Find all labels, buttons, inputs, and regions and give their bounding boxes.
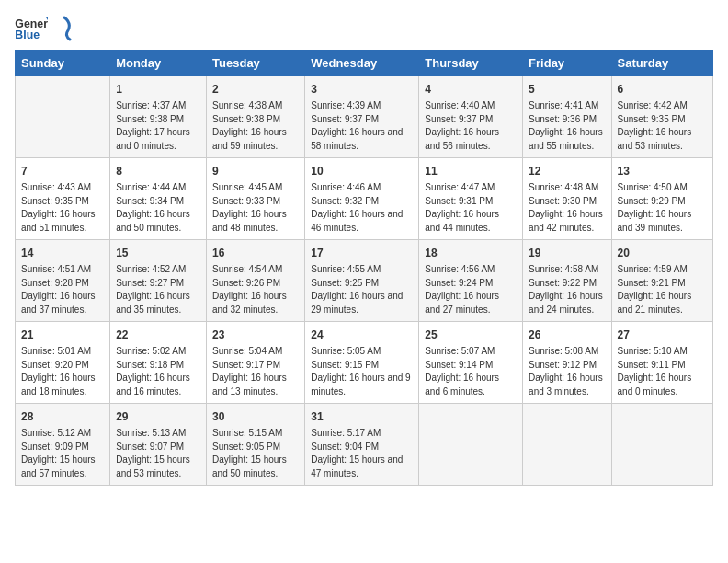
calendar-cell: 31Sunrise: 5:17 AM Sunset: 9:04 PM Dayli…	[305, 404, 419, 486]
date-number: 6	[618, 81, 707, 98]
week-row-3: 14Sunrise: 4:51 AM Sunset: 9:28 PM Dayli…	[16, 240, 713, 322]
date-number: 1	[116, 81, 200, 98]
cell-content: Sunrise: 4:45 AM Sunset: 9:33 PM Dayligh…	[212, 181, 299, 235]
calendar-cell: 19Sunrise: 4:58 AM Sunset: 9:22 PM Dayli…	[523, 240, 611, 322]
week-row-2: 7Sunrise: 4:43 AM Sunset: 9:35 PM Daylig…	[16, 158, 713, 240]
week-row-5: 28Sunrise: 5:12 AM Sunset: 9:09 PM Dayli…	[16, 404, 713, 486]
date-number: 23	[212, 327, 299, 343]
header: General Blue	[15, 15, 713, 42]
calendar-cell: 8Sunrise: 4:44 AM Sunset: 9:34 PM Daylig…	[110, 158, 207, 240]
date-number: 5	[529, 81, 605, 98]
cell-content: Sunrise: 5:07 AM Sunset: 9:14 PM Dayligh…	[425, 345, 517, 398]
calendar-cell: 21Sunrise: 5:01 AM Sunset: 9:20 PM Dayli…	[16, 322, 110, 404]
cell-content: Sunrise: 5:10 AM Sunset: 9:11 PM Dayligh…	[618, 345, 707, 398]
calendar-cell: 3Sunrise: 4:39 AM Sunset: 9:37 PM Daylig…	[305, 76, 419, 158]
week-row-4: 21Sunrise: 5:01 AM Sunset: 9:20 PM Dayli…	[16, 322, 713, 404]
cell-content: Sunrise: 5:02 AM Sunset: 9:18 PM Dayligh…	[116, 345, 200, 398]
date-number: 28	[21, 408, 104, 425]
cell-content: Sunrise: 4:44 AM Sunset: 9:34 PM Dayligh…	[116, 181, 200, 235]
cell-content: Sunrise: 4:55 AM Sunset: 9:25 PM Dayligh…	[311, 263, 413, 316]
cell-content: Sunrise: 5:08 AM Sunset: 9:12 PM Dayligh…	[529, 345, 605, 398]
calendar-table: SundayMondayTuesdayWednesdayThursdayFrid…	[15, 50, 713, 486]
cell-content: Sunrise: 4:46 AM Sunset: 9:32 PM Dayligh…	[311, 181, 413, 235]
calendar-cell: 5Sunrise: 4:41 AM Sunset: 9:36 PM Daylig…	[523, 76, 611, 158]
calendar-cell: 7Sunrise: 4:43 AM Sunset: 9:35 PM Daylig…	[16, 158, 110, 240]
date-number: 13	[618, 163, 707, 179]
cell-content: Sunrise: 4:54 AM Sunset: 9:26 PM Dayligh…	[212, 263, 299, 316]
cell-content: Sunrise: 4:52 AM Sunset: 9:27 PM Dayligh…	[116, 263, 200, 316]
calendar-cell: 4Sunrise: 4:40 AM Sunset: 9:37 PM Daylig…	[419, 76, 523, 158]
date-number: 18	[425, 245, 517, 261]
col-header-tuesday: Tuesday	[207, 51, 305, 76]
date-number: 14	[21, 245, 104, 261]
date-number: 22	[116, 327, 200, 343]
calendar-cell: 17Sunrise: 4:55 AM Sunset: 9:25 PM Dayli…	[305, 240, 419, 322]
cell-content: Sunrise: 4:48 AM Sunset: 9:30 PM Dayligh…	[529, 181, 605, 235]
date-number: 31	[311, 408, 413, 425]
calendar-cell	[419, 404, 523, 486]
date-number: 9	[212, 163, 299, 179]
date-number: 30	[212, 408, 299, 425]
col-header-monday: Monday	[110, 51, 207, 76]
date-number: 29	[116, 408, 200, 425]
date-number: 8	[116, 163, 200, 179]
col-header-wednesday: Wednesday	[305, 51, 419, 76]
calendar-cell: 28Sunrise: 5:12 AM Sunset: 9:09 PM Dayli…	[16, 404, 110, 486]
calendar-cell: 20Sunrise: 4:59 AM Sunset: 9:21 PM Dayli…	[611, 240, 712, 322]
date-number: 2	[212, 81, 299, 98]
date-number: 25	[425, 327, 517, 343]
date-number: 7	[21, 163, 104, 179]
week-row-1: 1Sunrise: 4:37 AM Sunset: 9:38 PM Daylig…	[16, 76, 713, 158]
logo-icon: General Blue	[15, 15, 48, 42]
calendar-cell: 25Sunrise: 5:07 AM Sunset: 9:14 PM Dayli…	[419, 322, 523, 404]
cell-content: Sunrise: 5:15 AM Sunset: 9:05 PM Dayligh…	[212, 427, 299, 480]
col-header-sunday: Sunday	[16, 51, 110, 76]
date-number: 26	[529, 327, 605, 343]
calendar-cell: 12Sunrise: 4:48 AM Sunset: 9:30 PM Dayli…	[523, 158, 611, 240]
calendar-cell	[16, 76, 110, 158]
calendar-cell: 9Sunrise: 4:45 AM Sunset: 9:33 PM Daylig…	[207, 158, 305, 240]
cell-content: Sunrise: 5:13 AM Sunset: 9:07 PM Dayligh…	[116, 427, 200, 480]
calendar-cell	[523, 404, 611, 486]
cell-content: Sunrise: 5:01 AM Sunset: 9:20 PM Dayligh…	[21, 345, 104, 398]
calendar-cell: 29Sunrise: 5:13 AM Sunset: 9:07 PM Dayli…	[110, 404, 207, 486]
cell-content: Sunrise: 4:38 AM Sunset: 9:38 PM Dayligh…	[212, 99, 299, 153]
calendar-cell: 23Sunrise: 5:04 AM Sunset: 9:17 PM Dayli…	[207, 322, 305, 404]
date-number: 17	[311, 245, 413, 261]
cell-content: Sunrise: 4:39 AM Sunset: 9:37 PM Dayligh…	[311, 99, 413, 153]
date-number: 24	[311, 327, 413, 343]
date-number: 16	[212, 245, 299, 261]
calendar-cell: 6Sunrise: 4:42 AM Sunset: 9:35 PM Daylig…	[611, 76, 712, 158]
calendar-cell	[611, 404, 712, 486]
cell-content: Sunrise: 4:37 AM Sunset: 9:38 PM Dayligh…	[116, 99, 200, 153]
logo: General Blue	[15, 15, 74, 42]
cell-content: Sunrise: 5:05 AM Sunset: 9:15 PM Dayligh…	[311, 345, 413, 398]
calendar-cell: 16Sunrise: 4:54 AM Sunset: 9:26 PM Dayli…	[207, 240, 305, 322]
cell-content: Sunrise: 5:04 AM Sunset: 9:17 PM Dayligh…	[212, 345, 299, 398]
col-header-saturday: Saturday	[611, 51, 712, 76]
calendar-cell: 26Sunrise: 5:08 AM Sunset: 9:12 PM Dayli…	[523, 322, 611, 404]
cell-content: Sunrise: 5:12 AM Sunset: 9:09 PM Dayligh…	[21, 427, 104, 480]
cell-content: Sunrise: 4:41 AM Sunset: 9:36 PM Dayligh…	[529, 99, 605, 153]
cell-content: Sunrise: 4:59 AM Sunset: 9:21 PM Dayligh…	[618, 263, 707, 316]
calendar-cell: 15Sunrise: 4:52 AM Sunset: 9:27 PM Dayli…	[110, 240, 207, 322]
date-number: 27	[618, 327, 707, 343]
calendar-cell: 13Sunrise: 4:50 AM Sunset: 9:29 PM Dayli…	[611, 158, 712, 240]
cell-content: Sunrise: 4:58 AM Sunset: 9:22 PM Dayligh…	[529, 263, 605, 316]
calendar-cell: 10Sunrise: 4:46 AM Sunset: 9:32 PM Dayli…	[305, 158, 419, 240]
calendar-cell: 24Sunrise: 5:05 AM Sunset: 9:15 PM Dayli…	[305, 322, 419, 404]
col-header-friday: Friday	[523, 51, 611, 76]
cell-content: Sunrise: 4:50 AM Sunset: 9:29 PM Dayligh…	[618, 181, 707, 235]
date-number: 3	[311, 81, 413, 98]
date-number: 10	[311, 163, 413, 179]
calendar-cell: 27Sunrise: 5:10 AM Sunset: 9:11 PM Dayli…	[611, 322, 712, 404]
date-number: 21	[21, 327, 104, 343]
date-number: 19	[529, 245, 605, 261]
date-number: 20	[618, 245, 707, 261]
logo-wave-icon	[55, 16, 74, 41]
calendar-cell: 22Sunrise: 5:02 AM Sunset: 9:18 PM Dayli…	[110, 322, 207, 404]
cell-content: Sunrise: 4:42 AM Sunset: 9:35 PM Dayligh…	[618, 99, 707, 153]
calendar-cell: 14Sunrise: 4:51 AM Sunset: 9:28 PM Dayli…	[16, 240, 110, 322]
cell-content: Sunrise: 4:47 AM Sunset: 9:31 PM Dayligh…	[425, 181, 517, 235]
calendar-cell: 30Sunrise: 5:15 AM Sunset: 9:05 PM Dayli…	[207, 404, 305, 486]
